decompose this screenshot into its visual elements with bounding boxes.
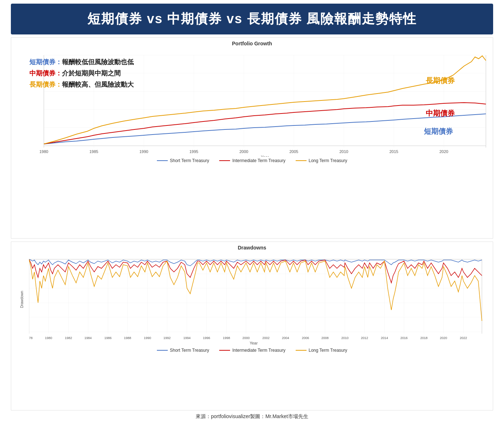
svg-text:1988: 1988 [124, 336, 131, 340]
svg-text:2014: 2014 [381, 336, 388, 340]
portfolio-growth-chart: Portfolio Growth 短期債券：報酬較低但風險波動也低 中期債券：介… [11, 37, 493, 239]
svg-text:2020: 2020 [440, 149, 448, 154]
svg-text:2015: 2015 [390, 149, 398, 154]
annotation-short: 短期債券：報酬較低但風險波動也低 [29, 58, 134, 67]
chart1-legend: Short Term Treasury Intermediate Term Tr… [15, 158, 489, 163]
svg-text:1978: 1978 [29, 336, 33, 340]
chart2-legend: Short Term Treasury Intermediate Term Tr… [15, 348, 489, 353]
svg-text:2012: 2012 [361, 336, 368, 340]
legend-intermediate-label: Intermediate Term Treasury [232, 158, 286, 163]
svg-text:2010: 2010 [340, 149, 348, 154]
svg-text:1986: 1986 [104, 336, 112, 340]
svg-text:1995: 1995 [189, 149, 198, 154]
legend2-short-line [157, 350, 168, 351]
svg-text:2022: 2022 [460, 336, 467, 340]
svg-text:Year: Year [261, 155, 269, 157]
legend2-short-label: Short Term Treasury [170, 348, 209, 353]
footer-source: 來源：portfoliovisualizer製圖：Mr.Market市場先生 [11, 412, 493, 421]
legend-short-label: Short Term Treasury [170, 158, 209, 163]
svg-text:1980: 1980 [45, 336, 52, 340]
y-axis-label-drawdown: Drawdown [20, 291, 24, 308]
chart-label-intermediate: 中期債券 [426, 108, 455, 118]
main-container: 短期債券 vs 中期債券 vs 長期債券 風險報酬走勢特性 Portfolio … [0, 0, 504, 425]
svg-text:1992: 1992 [163, 336, 171, 340]
svg-text:2000: 2000 [239, 149, 248, 154]
anno-long-label: 長期債券： [29, 81, 62, 88]
svg-text:2005: 2005 [290, 149, 298, 154]
chart1-title: Portfolio Growth [15, 41, 489, 46]
chart2-title: Drawdowns [15, 245, 489, 251]
svg-text:1982: 1982 [65, 336, 72, 340]
svg-text:2020: 2020 [440, 336, 447, 340]
page-title: 短期債券 vs 中期債券 vs 長期債券 風險報酬走勢特性 [87, 11, 416, 26]
legend-short-line [157, 160, 168, 161]
legend-intermediate-line [219, 160, 230, 161]
annotation-intermediate: 中期債券：介於短期與中期之間 [29, 69, 134, 78]
legend2-intermediate-line [219, 350, 230, 351]
chart-label-short: 短期債券 [424, 127, 453, 136]
svg-text:2016: 2016 [400, 336, 408, 340]
legend2-intermediate-label: Intermediate Term Treasury [232, 348, 286, 353]
chart-label-long: 長期債券 [426, 76, 455, 86]
annotation-box: 短期債券：報酬較低但風險波動也低 中期債券：介於短期與中期之間 長期債券：報酬較… [29, 58, 134, 92]
svg-text:2000: 2000 [242, 336, 250, 340]
svg-text:1998: 1998 [223, 336, 230, 340]
svg-text:2008: 2008 [321, 336, 329, 340]
svg-text:Year: Year [250, 341, 258, 345]
svg-text:1984: 1984 [84, 336, 92, 340]
legend2-long-label: Long Term Treasury [309, 348, 347, 353]
legend2-long-line [296, 350, 307, 351]
svg-text:1990: 1990 [139, 149, 148, 154]
annotation-long: 長期債券：報酬較高、但風險波動大 [29, 80, 134, 89]
legend2-long: Long Term Treasury [296, 348, 347, 353]
legend2-intermediate: Intermediate Term Treasury [219, 348, 286, 353]
svg-text:2002: 2002 [262, 336, 270, 340]
svg-text:1990: 1990 [144, 336, 151, 340]
svg-text:1996: 1996 [203, 336, 210, 340]
legend-intermediate: Intermediate Term Treasury [219, 158, 286, 163]
legend-long-label: Long Term Treasury [309, 158, 347, 163]
svg-text:2010: 2010 [341, 336, 349, 340]
drawdowns-chart: Drawdowns Drawdown 0.0% -5.0% [11, 242, 493, 410]
svg-text:1985: 1985 [89, 149, 98, 154]
svg-text:1980: 1980 [39, 149, 48, 154]
legend-short: Short Term Treasury [157, 158, 209, 163]
svg-text:2004: 2004 [282, 336, 289, 340]
legend2-short: Short Term Treasury [157, 348, 209, 353]
svg-text:1994: 1994 [183, 336, 191, 340]
title-bar: 短期債券 vs 中期債券 vs 長期債券 風險報酬走勢特性 [11, 4, 493, 34]
anno-short-label: 短期債券： [29, 58, 62, 66]
svg-text:2006: 2006 [302, 336, 309, 340]
legend-long: Long Term Treasury [296, 158, 347, 163]
anno-intermediate-label: 中期債券： [29, 70, 62, 77]
svg-text:2018: 2018 [420, 336, 428, 340]
legend-long-line [296, 160, 307, 161]
drawdown-svg: 0.0% -5.0% -10.0% -15.0% -20.0% -25.0% [29, 252, 489, 346]
